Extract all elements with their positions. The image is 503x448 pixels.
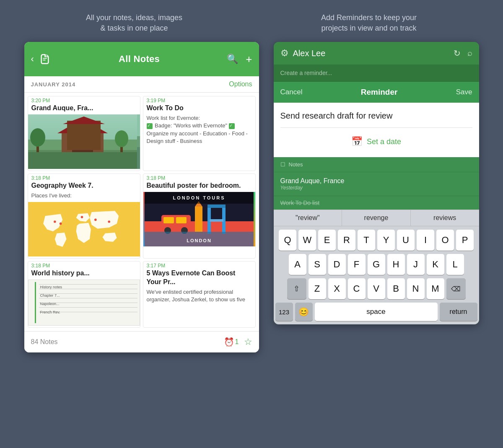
note-card-geography[interactable]: 3:18 PM Geography Week 7. Places I've li… xyxy=(28,174,140,259)
options-button[interactable]: Options xyxy=(229,80,252,88)
autocomplete-item-review[interactable]: "review" xyxy=(274,210,342,226)
right-phone-header: ⚙ Alex Lee ↻ ⌕ xyxy=(274,42,479,65)
reminder-note-text: Send research draft for review xyxy=(280,111,472,128)
svg-point-19 xyxy=(81,216,83,218)
key-a[interactable]: A xyxy=(289,254,306,275)
note-time: 3:18 PM xyxy=(28,174,54,182)
key-g[interactable]: G xyxy=(368,254,385,275)
key-f[interactable]: F xyxy=(348,254,366,275)
work-todo-faded: Work To Do list xyxy=(274,196,479,210)
autocomplete-item-revenge[interactable]: revenge xyxy=(342,210,411,226)
keyboard: Q W E R T Y U I O P A S D F G H J K xyxy=(274,226,479,324)
key-e[interactable]: E xyxy=(318,230,336,251)
svg-rect-10 xyxy=(89,137,97,144)
key-o[interactable]: O xyxy=(436,230,454,251)
back-button[interactable]: ‹ xyxy=(31,54,34,65)
key-c[interactable]: C xyxy=(348,278,366,299)
key-h[interactable]: H xyxy=(387,254,405,275)
note-card-grand-auque[interactable]: 3:20 PM Grand Auque, Fra... xyxy=(28,96,140,171)
note-card-work-to-do[interactable]: 3:19 PM Work To Do Work list for Evernot… xyxy=(143,96,256,171)
key-u[interactable]: U xyxy=(397,230,415,251)
key-j[interactable]: J xyxy=(407,254,425,275)
left-phone-header: ‹ All Notes 🔍 + xyxy=(24,42,259,76)
key-x[interactable]: X xyxy=(328,278,346,299)
left-caption: All your notes, ideas, images & tasks in… xyxy=(29,13,240,34)
svg-point-21 xyxy=(108,220,110,223)
key-s[interactable]: S xyxy=(309,254,326,275)
key-b[interactable]: B xyxy=(387,278,405,299)
reminder-modal-body: Send research draft for review 📅 Set a d… xyxy=(274,103,479,157)
poster-image: LONDON TOURS xyxy=(143,192,255,246)
return-key[interactable]: return xyxy=(440,303,477,321)
key-n[interactable]: N xyxy=(407,278,425,299)
backspace-key[interactable]: ⌫ xyxy=(446,278,466,299)
note-card-five-ways[interactable]: 3:17 PM 5 Ways Evernote Can Boost Your P… xyxy=(143,261,256,328)
autocomplete-item-reviews[interactable]: reviews xyxy=(411,210,479,226)
numbers-key[interactable]: 123 xyxy=(275,303,293,321)
keyboard-row-2: A S D F G H J K L xyxy=(275,254,477,275)
space-key[interactable]: space xyxy=(315,303,438,321)
reminder-title: Reminder xyxy=(361,88,398,97)
autocomplete-bar: "review" revenge reviews xyxy=(274,210,479,226)
key-d[interactable]: D xyxy=(328,254,346,275)
key-q[interactable]: Q xyxy=(279,230,296,251)
key-m[interactable]: M xyxy=(427,278,444,299)
note-list-item-grand-auque[interactable]: Grand Auque, France Yesterday xyxy=(274,172,479,196)
date-options-bar: JANUARY 2014 Options xyxy=(24,76,259,93)
reminder-count-button[interactable]: ⏰ 1 xyxy=(224,337,239,347)
shift-key[interactable]: ⇧ xyxy=(287,278,306,299)
note-title: Beautiful poster for bedroom. xyxy=(143,181,255,192)
keyboard-bottom-row: 123 😊 space return xyxy=(275,303,477,321)
key-l[interactable]: L xyxy=(446,254,464,275)
user-name: Alex Lee xyxy=(293,49,326,58)
save-button[interactable]: Save xyxy=(456,88,472,96)
evernote-logo-icon xyxy=(38,52,52,66)
sync-icon[interactable]: ↻ xyxy=(454,48,461,58)
reminder-icon: ⏰ xyxy=(224,337,234,347)
dimmed-create-reminder: Create a reminder... xyxy=(274,65,479,82)
note-title: Work To Do xyxy=(143,104,255,114)
emoji-key[interactable]: 😊 xyxy=(295,303,313,321)
svg-point-20 xyxy=(94,218,97,221)
reminder-modal: Cancel Reminder Save Send research draft… xyxy=(274,82,479,157)
search-icon[interactable]: ⌕ xyxy=(467,48,472,58)
key-k[interactable]: K xyxy=(427,254,444,275)
key-i[interactable]: I xyxy=(417,230,434,251)
notes-list-header: ☐ Notes xyxy=(274,157,479,172)
gear-icon[interactable]: ⚙ xyxy=(280,48,289,59)
svg-point-14 xyxy=(115,130,128,147)
key-r[interactable]: R xyxy=(338,230,355,251)
svg-point-17 xyxy=(54,220,56,223)
key-p[interactable]: P xyxy=(456,230,474,251)
note-time: 3:19 PM xyxy=(143,96,169,104)
note-card-poster[interactable]: 3:18 PM Beautiful poster for bedroom. xyxy=(143,174,256,259)
star-icon[interactable]: ☆ xyxy=(244,337,252,347)
worldmap-svg xyxy=(34,205,134,254)
note-card-world-history[interactable]: 3:18 PM World history pa... History note… xyxy=(28,261,140,328)
key-v[interactable]: V xyxy=(368,278,385,299)
barn-image xyxy=(28,114,140,169)
key-t[interactable]: T xyxy=(358,230,375,251)
note-title: Grand Auque, Fra... xyxy=(28,104,140,114)
note-list-title: Grand Auque, France xyxy=(280,177,472,185)
key-z[interactable]: Z xyxy=(309,278,326,299)
note-body: We've enlisted certified professional or… xyxy=(143,288,255,306)
poster-svg: LONDON TOURS xyxy=(145,192,254,246)
date-label: JANUARY 2014 xyxy=(31,81,76,88)
note-body: Places I've lived: xyxy=(28,192,140,202)
svg-text:LONDON TOURS: LONDON TOURS xyxy=(173,195,225,200)
left-phone: ‹ All Notes 🔍 + JANUARY 2014 Options xyxy=(24,42,259,352)
key-w[interactable]: W xyxy=(298,230,316,251)
key-y[interactable]: Y xyxy=(377,230,395,251)
note-title: 5 Ways Evernote Can Boost Your Pr... xyxy=(143,269,255,288)
add-note-button[interactable]: + xyxy=(246,53,252,66)
keyboard-row-3: ⇧ Z X C V B N M ⌫ xyxy=(275,278,477,299)
search-icon[interactable]: 🔍 xyxy=(227,54,238,65)
notes-grid: 3:20 PM Grand Auque, Fra... xyxy=(24,93,259,331)
set-date-button[interactable]: 📅 Set a date xyxy=(280,135,472,149)
svg-point-12 xyxy=(30,128,45,147)
note-time: 3:18 PM xyxy=(28,261,54,269)
phone-footer: 84 Notes ⏰ 1 ☆ xyxy=(24,331,259,352)
svg-rect-31 xyxy=(207,205,226,208)
cancel-button[interactable]: Cancel xyxy=(280,88,303,96)
